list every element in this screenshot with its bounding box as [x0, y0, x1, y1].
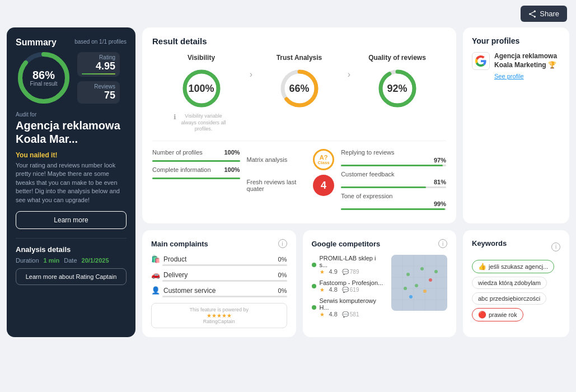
- competitors-title: Google competitors: [312, 240, 381, 248]
- competitors-list: PROMIL-LAB sklep i s... ★ 4.9 💬 789: [312, 255, 386, 322]
- duration-value: 1 min: [44, 257, 60, 264]
- share-icon: [528, 10, 536, 18]
- comp-1-reviews: 💬 789: [342, 269, 359, 275]
- complaints-header: Main complaints i: [151, 239, 287, 248]
- product-label: Product: [163, 255, 186, 263]
- keyword-tag-4: 🔴 prawie rok: [472, 308, 560, 325]
- company-name: Agencja reklamowa Koala Mar...: [16, 119, 127, 146]
- complete-info-val: 100%: [224, 166, 240, 173]
- you-nailed: You nailed it!: [16, 151, 127, 159]
- quality-label: Quality of reviews: [368, 54, 426, 62]
- fresh-label: Fresh reviews last quater: [247, 179, 308, 192]
- tone-val: 99%: [341, 200, 446, 207]
- visibility-donut: 100%: [179, 66, 224, 111]
- competitors-header: Google competitors i: [312, 239, 448, 248]
- svg-point-22: [406, 273, 410, 276]
- rating-value: 4.95: [82, 60, 115, 72]
- competitors-card: Google competitors i PROMIL-LAB sklep i …: [303, 230, 457, 337]
- comp-1-rating: 4.9: [329, 268, 338, 275]
- bottom-row: Main complaints i 🛍️ Product 0% 🚗 Delive…: [142, 230, 456, 337]
- svg-point-25: [415, 284, 418, 287]
- feedback-val: 81%: [341, 179, 446, 185]
- rating-box: Rating 4.95: [77, 52, 120, 77]
- learn-more-about-button[interactable]: Learn more about Rating Captain: [16, 268, 127, 285]
- keyword-tag-2: wiedza którą zdobylam: [472, 277, 560, 292]
- summary-circle-area: 86% Final result Rating 4.95 Reviews 75: [16, 50, 127, 106]
- comp-2-rating: 4.8: [329, 286, 338, 293]
- comp-3-rating: 4.8: [329, 311, 338, 318]
- see-profile-link[interactable]: See profile: [494, 73, 524, 80]
- powered-by: This feature is powered by ★★★★★ RatingC…: [151, 303, 287, 328]
- chat-icon-1: 💬: [342, 269, 349, 275]
- delivery-icon: 🚗: [151, 270, 160, 279]
- fresh-badge: 4: [313, 175, 334, 196]
- comp-2-reviews: 💬 619: [342, 287, 359, 293]
- based-on: based on 1/1 profiles: [74, 39, 127, 45]
- competitors-info-icon[interactable]: i: [438, 239, 447, 248]
- trust-value: 66%: [289, 83, 309, 95]
- stars: ★★★★★: [157, 312, 281, 319]
- customer-service-val: 0%: [278, 287, 287, 294]
- analysis-title: Analysis details: [16, 245, 127, 254]
- profiles-card: Your profiles Agencja reklamowa Koala Ma…: [463, 27, 569, 223]
- replying-val: 97%: [341, 157, 446, 164]
- competitor-3: Serwis komputerowy H... ★ 4.8 💬 581: [312, 297, 386, 318]
- top-bar: Share: [0, 0, 576, 27]
- visibility-label: Visibility: [188, 54, 215, 62]
- competitor-2: Fastcomp - Profesjon... ★ 4.8 💬 619: [312, 279, 386, 293]
- replying-label: Replying to reviews: [341, 149, 446, 156]
- product-val: 0%: [278, 256, 287, 263]
- comp-1-star: ★: [320, 269, 325, 275]
- comp-3-dot: [312, 305, 316, 310]
- complaint-customer-service: 👤 Customer service 0%: [151, 286, 287, 297]
- competitor-1: PROMIL-LAB sklep i s... ★ 4.9 💬 789: [312, 255, 386, 275]
- svg-point-24: [429, 278, 432, 282]
- rating-reviews-col: Rating 4.95 Reviews 75: [77, 52, 120, 104]
- visibility-value: 100%: [188, 83, 214, 95]
- summary-title: Summary: [16, 38, 57, 48]
- final-label: Final result: [30, 81, 58, 87]
- keywords-title: Keywords: [472, 239, 507, 248]
- chat-icon-2: 💬: [342, 287, 349, 293]
- profile-info: Agencja reklamowa Koala Marketing 🏆 See …: [494, 52, 560, 81]
- comp-3-name: Serwis komputerowy H...: [320, 297, 386, 311]
- competitors-content: PROMIL-LAB sklep i s... ★ 4.9 💬 789: [312, 255, 448, 322]
- audit-for: Audit for: [16, 111, 127, 118]
- comp-3-reviews: 💬 581: [342, 311, 359, 318]
- keywords-info-icon[interactable]: i: [551, 242, 560, 251]
- summary-card: Summary based on 1/1 profiles 86% Final …: [7, 27, 135, 337]
- result-details-title: Result details: [152, 36, 446, 46]
- metrics-detail-right: Replying to reviews 97% Customer feedbac…: [341, 149, 446, 214]
- date-value: 20/1/2025: [82, 257, 109, 264]
- tone-label: Tone of expression: [341, 193, 446, 199]
- complaints-info-icon[interactable]: i: [278, 239, 287, 248]
- keywords-card: Keywords i 👍 jeśli szukasz agencj... wie…: [463, 230, 569, 337]
- rating-label: Rating: [82, 54, 115, 60]
- svg-point-28: [434, 270, 438, 273]
- delivery-val: 0%: [278, 272, 287, 278]
- complaint-product: 🛍️ Product 0%: [151, 255, 287, 266]
- learn-more-button[interactable]: Learn more: [16, 211, 127, 229]
- delivery-label: Delivery: [163, 271, 188, 279]
- keyword-3-label: abc przedsiębiorczości: [478, 295, 540, 302]
- keyword-tag-3: abc przedsiębiorczości: [472, 292, 560, 308]
- feedback-item: Customer feedback 81%: [341, 171, 446, 188]
- complete-info-label: Complete information: [152, 166, 211, 173]
- customer-service-icon: 👤: [151, 286, 160, 295]
- nailed-desc: Your rating and reviews number look pret…: [16, 161, 127, 204]
- share-label: Share: [540, 10, 559, 18]
- num-profiles-label: Number of profiles: [152, 149, 203, 156]
- main-layout: Summary based on 1/1 profiles 86% Final …: [0, 27, 576, 344]
- comp-2-star: ★: [320, 287, 325, 293]
- complaint-delivery: 🚗 Delivery 0%: [151, 270, 287, 282]
- matrix-label: Matrix analysis: [247, 156, 308, 163]
- profile-name: Agencja reklamowa Koala Marketing 🏆: [494, 52, 560, 69]
- date-label: Date: [64, 257, 77, 264]
- comp-1-name: PROMIL-LAB sklep i s...: [320, 255, 386, 268]
- reviews-label: Reviews: [82, 83, 115, 90]
- metrics-detail-left: Number of profiles 100% Complete informa…: [152, 149, 240, 214]
- share-button[interactable]: Share: [521, 6, 567, 22]
- svg-rect-13: [391, 255, 447, 311]
- analysis-details: Analysis details Duration 1 min Date 20/…: [16, 238, 127, 285]
- keyword-1-icon: 👍: [478, 263, 486, 270]
